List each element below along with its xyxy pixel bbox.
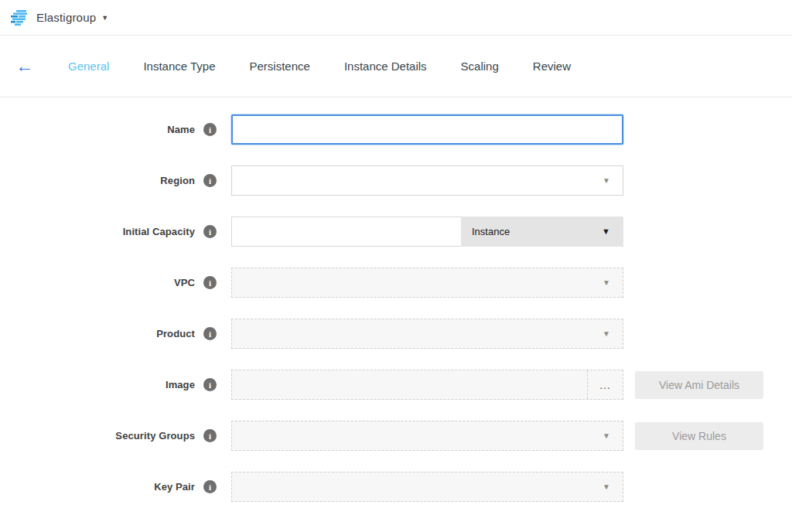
elastigroup-logo-icon [11,9,29,26]
region-select[interactable]: ▼ [231,165,623,196]
vpc-label: VPC [0,277,195,288]
product-switcher-caret-icon: ▼ [101,14,108,22]
key-pair-select: ▼ [231,472,623,502]
tab-persistence[interactable]: Persistence [250,60,310,73]
chevron-down-icon: ▼ [603,177,610,185]
capacity-unit-select[interactable]: Instance ▼ [461,217,623,247]
name-input[interactable] [231,114,623,145]
product-switcher[interactable]: Elastigroup ▼ [11,9,108,26]
wizard-tabs: General Instance Type Persistence Instan… [68,60,571,73]
product-label: Product [0,328,195,339]
capacity-unit-value: Instance [472,226,510,237]
initial-capacity-input[interactable] [231,217,461,247]
info-icon[interactable]: i [203,378,217,391]
security-groups-label: Security Groups [0,430,195,442]
chevron-down-icon: ▼ [602,227,610,236]
image-label: Image [0,379,195,390]
chevron-down-icon: ▼ [603,483,610,491]
image-browse-button[interactable]: ... [587,370,623,399]
image-field-row: Image i ... View Ami Details [0,370,792,400]
tab-scaling[interactable]: Scaling [461,60,499,73]
info-icon[interactable]: i [203,480,217,493]
view-ami-details-button[interactable]: View Ami Details [635,371,763,399]
back-arrow-icon[interactable]: ← [15,57,32,75]
chevron-down-icon: ▼ [603,330,610,338]
chevron-down-icon: ▼ [603,432,610,440]
info-icon[interactable]: i [203,429,217,442]
info-icon[interactable]: i [203,174,217,187]
info-icon[interactable]: i [203,123,217,136]
name-field-row: Name i [0,114,792,145]
product-select: ▼ [231,319,623,349]
security-groups-field-row: Security Groups i ▼ View Rules [0,421,792,451]
vpc-field-row: VPC i ▼ [0,268,792,298]
initial-capacity-field-row: Initial Capacity i Instance ▼ [0,217,792,247]
info-icon[interactable]: i [203,225,217,238]
image-input: ... [231,370,623,400]
tab-instance-type[interactable]: Instance Type [143,60,215,73]
product-name: Elastigroup [36,11,96,24]
image-input-value [232,370,587,399]
info-icon[interactable]: i [203,327,217,340]
name-label: Name [0,124,195,135]
info-icon[interactable]: i [203,276,217,289]
wizard-tabbar: ← General Instance Type Persistence Inst… [0,36,792,97]
general-settings-form: Name i Region i ▼ Initial Capacity i Ins… [0,97,792,502]
region-field-row: Region i ▼ [0,165,792,196]
initial-capacity-label: Initial Capacity [0,226,195,237]
product-field-row: Product i ▼ [0,319,792,349]
tab-general[interactable]: General [68,60,109,73]
topbar: Elastigroup ▼ [0,0,792,36]
security-groups-select: ▼ [231,421,623,451]
key-pair-field-row: Key Pair i ▼ [0,472,792,502]
vpc-select: ▼ [231,268,623,298]
region-label: Region [0,175,195,186]
view-rules-button[interactable]: View Rules [635,422,763,450]
key-pair-label: Key Pair [0,481,195,493]
chevron-down-icon: ▼ [603,279,610,287]
tab-instance-details[interactable]: Instance Details [344,60,427,73]
tab-review[interactable]: Review [533,60,571,73]
